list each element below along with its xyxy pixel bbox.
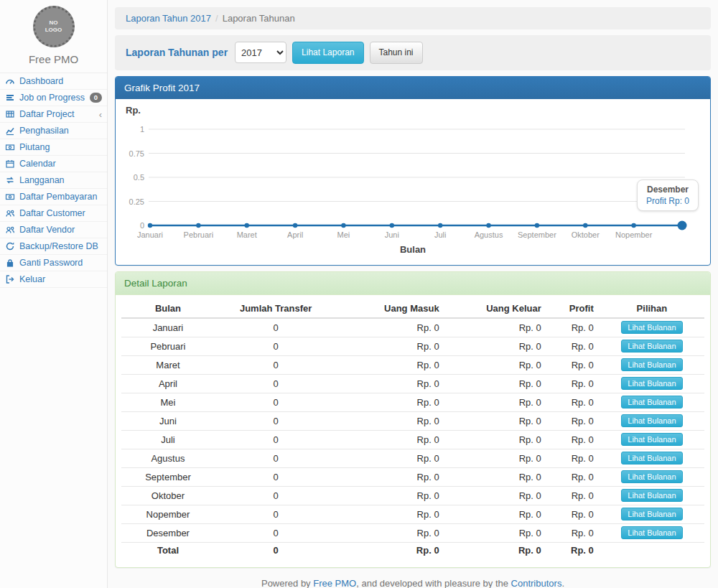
data-point-juni[interactable] [390, 223, 394, 228]
col-header-uang-masuk: Uang Masuk [337, 299, 444, 318]
cell-bulan: September [121, 467, 215, 486]
sidebar-item-calendar[interactable]: Calendar [0, 156, 107, 172]
sidebar-item-label: Piutang [19, 142, 50, 152]
sidebar-item-daftar-vendor[interactable]: Daftar Vendor [0, 222, 107, 238]
cell-uang-masuk: Rp. 0 [337, 430, 444, 449]
cell-bulan: Total [121, 542, 215, 559]
sidebar-item-daftar-pembayaran[interactable]: Daftar Pembayaran [0, 189, 107, 205]
cell-uang-masuk: Rp. 0 [337, 411, 444, 430]
data-point-pebruari[interactable] [196, 223, 200, 228]
data-point-agustus[interactable] [486, 223, 490, 228]
footer-link-contributors[interactable]: Contributors [511, 578, 562, 588]
year-select[interactable]: 2017 [235, 42, 286, 63]
tahun-ini-button[interactable]: Tahun ini [370, 42, 423, 64]
footer-text: Powered by [261, 578, 313, 588]
cell-uang-keluar: Rp. 0 [445, 393, 547, 411]
cell-pilihan: Lihat Bulanan [600, 430, 704, 449]
data-point-september[interactable] [535, 223, 539, 228]
cell-jumlah-transfer: 0 [215, 486, 337, 505]
data-point-mei[interactable] [341, 223, 345, 228]
lihat-bulanan-button[interactable]: Lihat Bulanan [621, 526, 682, 539]
cell-pilihan: Lihat Bulanan [600, 486, 704, 505]
chevron-left-icon: ‹ [99, 110, 102, 119]
lihat-bulanan-button[interactable]: Lihat Bulanan [621, 340, 682, 353]
cell-profit: Rp. 0 [547, 355, 600, 374]
breadcrumb-link-laporan-tahun[interactable]: Laporan Tahun 2017 [126, 13, 211, 24]
cell-uang-masuk: Rp. 0 [337, 467, 444, 486]
data-point-nopember[interactable] [631, 223, 635, 228]
cell-pilihan: Lihat Bulanan [600, 393, 704, 411]
data-point-maret[interactable] [245, 223, 249, 228]
x-tick-label: Mei [337, 230, 350, 239]
cell-jumlah-transfer: 0 [215, 393, 337, 411]
lihat-bulanan-button[interactable]: Lihat Bulanan [621, 396, 682, 409]
sidebar-item-ganti-password[interactable]: Ganti Password [0, 255, 107, 271]
sidebar-item-langganan[interactable]: Langganan [0, 172, 107, 189]
lihat-bulanan-button[interactable]: Lihat Bulanan [621, 414, 682, 427]
col-header-pilihan: Pilihan [600, 299, 704, 318]
data-point-oktober[interactable] [583, 223, 587, 228]
total-row: Total0Rp. 0Rp. 0Rp. 0 [121, 542, 704, 559]
sidebar-item-dashboard[interactable]: Dashboard [0, 73, 107, 90]
data-point-desember[interactable] [678, 220, 687, 230]
table-row: Mei0Rp. 0Rp. 0Rp. 0Lihat Bulanan [121, 393, 704, 411]
cell-profit: Rp. 0 [547, 430, 600, 449]
table-row: September0Rp. 0Rp. 0Rp. 0Lihat Bulanan [121, 467, 704, 486]
report-table-body: Januari0Rp. 0Rp. 0Rp. 0Lihat BulananPebr… [121, 318, 704, 559]
lihat-bulanan-button[interactable]: Lihat Bulanan [621, 377, 682, 390]
sidebar-item-daftar-project[interactable]: Daftar Project‹ [0, 106, 107, 123]
users-icon [5, 225, 16, 235]
profit-chart[interactable]: 00.250.50.751JanuariPebruariMaretAprilMe… [126, 119, 699, 243]
lihat-bulanan-button[interactable]: Lihat Bulanan [621, 433, 682, 446]
x-tick-label: Nopember [615, 230, 653, 239]
lihat-laporan-button[interactable]: Lihat Laporan [292, 42, 363, 64]
detail-report-table: Bulan Jumlah Transfer Uang Masuk Uang Ke… [121, 299, 704, 559]
cell-bulan: Mei [121, 393, 215, 411]
lihat-bulanan-button[interactable]: Lihat Bulanan [621, 489, 682, 502]
lihat-bulanan-button[interactable]: Lihat Bulanan [621, 452, 682, 465]
footer-link-free-pmo[interactable]: Free PMO [313, 578, 356, 588]
cell-profit: Rp. 0 [547, 393, 600, 411]
data-point-juli[interactable] [438, 223, 442, 228]
lihat-bulanan-button[interactable]: Lihat Bulanan [621, 321, 682, 334]
data-point-januari[interactable] [148, 223, 152, 228]
cell-profit: Rp. 0 [547, 523, 600, 542]
cell-uang-keluar: Rp. 0 [445, 523, 547, 542]
cell-profit: Rp. 0 [547, 374, 600, 393]
cell-jumlah-transfer: 0 [215, 318, 337, 337]
sidebar-item-backup-restore-db[interactable]: Backup/Restore DB [0, 238, 107, 255]
cell-profit: Rp. 0 [547, 411, 600, 430]
cell-bulan: Januari [121, 318, 215, 337]
sidebar-item-keluar[interactable]: Keluar [0, 271, 107, 288]
cell-uang-masuk: Rp. 0 [337, 355, 444, 374]
sidebar-item-penghasilan[interactable]: Penghasilan [0, 123, 107, 139]
cell-uang-masuk: Rp. 0 [337, 523, 444, 542]
col-header-profit: Profit [547, 299, 600, 318]
x-tick-label: Maret [237, 230, 257, 239]
footer-text-middle: , and developed with pleasure by the [356, 578, 510, 588]
sidebar-item-job-on-progress[interactable]: Job on Progress0 [0, 90, 107, 106]
count-badge: 0 [90, 93, 102, 103]
cell-bulan: Agustus [121, 449, 215, 467]
sidebar-item-label: Job on Progress [19, 93, 85, 103]
data-point-april[interactable] [293, 223, 297, 228]
refresh-icon [5, 241, 16, 251]
cell-uang-keluar: Rp. 0 [445, 355, 547, 374]
report-filter-bar: Laporan Tahunan per 2017 Lihat Laporan T… [115, 35, 711, 70]
cell-uang-keluar: Rp. 0 [445, 337, 547, 355]
cell-uang-masuk: Rp. 0 [337, 318, 444, 337]
profit-chart-panel: Grafik Profit 2017 Rp. 00.250.50.751Janu… [115, 76, 711, 266]
cell-uang-masuk: Rp. 0 [337, 486, 444, 505]
cell-bulan: Pebruari [121, 337, 215, 355]
main-content: Laporan Tahun 2017/Laporan Tahunan Lapor… [108, 0, 718, 588]
sidebar-item-daftar-customer[interactable]: Daftar Customer [0, 205, 107, 222]
sidebar-item-label: Daftar Vendor [19, 225, 75, 235]
x-tick-label: Agustus [475, 230, 503, 239]
sidebar-item-label: Penghasilan [19, 126, 69, 136]
lihat-bulanan-button[interactable]: Lihat Bulanan [621, 470, 682, 483]
sidebar-item-piutang[interactable]: Piutang [0, 139, 107, 156]
logo-box: NO LOGO Free PMO [0, 0, 107, 73]
lihat-bulanan-button[interactable]: Lihat Bulanan [621, 358, 682, 371]
y-tick-label: 0 [140, 221, 144, 230]
lihat-bulanan-button[interactable]: Lihat Bulanan [621, 508, 682, 521]
